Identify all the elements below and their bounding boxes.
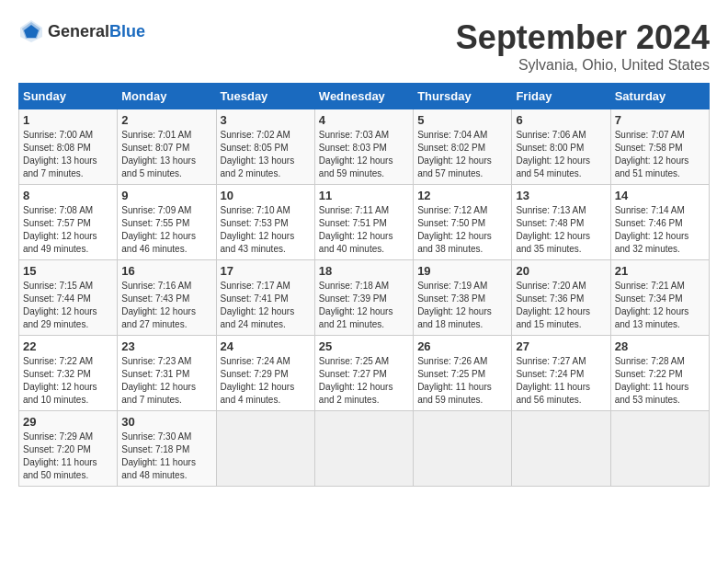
day-number: 8 [23,189,113,202]
weekday-header-cell: Wednesday [314,84,413,109]
calendar-day-cell [512,411,610,487]
day-info: Sunrise: 7:18 AMSunset: 7:39 PMDaylight:… [319,280,409,331]
calendar-day-cell: 17Sunrise: 7:17 AMSunset: 7:41 PMDayligh… [216,260,314,336]
weekday-header-cell: Friday [512,84,610,109]
calendar-week-row: 22Sunrise: 7:22 AMSunset: 7:32 PMDayligh… [19,336,710,411]
calendar-day-cell: 12Sunrise: 7:12 AMSunset: 7:50 PMDayligh… [414,185,512,260]
day-number: 9 [121,189,211,202]
day-number: 23 [121,339,211,353]
month-title: September 2024 [456,18,710,57]
day-info: Sunrise: 7:20 AMSunset: 7:36 PMDaylight:… [516,280,606,331]
calendar-day-cell: 10Sunrise: 7:10 AMSunset: 7:53 PMDayligh… [216,185,314,260]
day-number: 21 [615,264,705,278]
day-info: Sunrise: 7:15 AMSunset: 7:44 PMDaylight:… [23,280,113,331]
calendar-day-cell: 13Sunrise: 7:13 AMSunset: 7:48 PMDayligh… [512,185,610,260]
calendar-day-cell: 24Sunrise: 7:24 AMSunset: 7:29 PMDayligh… [216,336,314,411]
calendar-day-cell: 30Sunrise: 7:30 AMSunset: 7:18 PMDayligh… [118,411,216,487]
day-info: Sunrise: 7:29 AMSunset: 7:20 PMDaylight:… [23,431,113,482]
day-info: Sunrise: 7:26 AMSunset: 7:25 PMDaylight:… [417,355,507,407]
day-number: 18 [319,264,409,278]
day-info: Sunrise: 7:03 AMSunset: 8:03 PMDaylight:… [319,129,409,180]
calendar-day-cell: 8Sunrise: 7:08 AMSunset: 7:57 PMDaylight… [19,185,118,260]
logo-text: GeneralBlue [48,22,145,41]
calendar-day-cell: 25Sunrise: 7:25 AMSunset: 7:27 PMDayligh… [314,336,413,411]
calendar-day-cell: 6Sunrise: 7:06 AMSunset: 8:00 PMDaylight… [512,109,610,185]
day-number: 4 [319,113,409,127]
day-number: 13 [516,189,606,202]
day-info: Sunrise: 7:22 AMSunset: 7:32 PMDaylight:… [23,355,113,407]
day-number: 5 [417,113,507,127]
day-info: Sunrise: 7:17 AMSunset: 7:41 PMDaylight:… [221,280,311,331]
calendar-day-cell: 15Sunrise: 7:15 AMSunset: 7:44 PMDayligh… [19,260,118,336]
calendar-week-row: 1Sunrise: 7:00 AMSunset: 8:08 PMDaylight… [19,109,710,185]
day-number: 16 [121,264,211,278]
title-area: September 2024 Sylvania, Ohio, United St… [456,18,710,74]
calendar-day-cell: 2Sunrise: 7:01 AMSunset: 8:07 PMDaylight… [118,109,216,185]
day-info: Sunrise: 7:00 AMSunset: 8:08 PMDaylight:… [23,129,113,180]
calendar-day-cell: 14Sunrise: 7:14 AMSunset: 7:46 PMDayligh… [610,185,709,260]
logo: GeneralBlue [18,18,145,44]
day-info: Sunrise: 7:14 AMSunset: 7:46 PMDaylight:… [615,204,705,256]
calendar-day-cell [216,411,314,487]
day-number: 17 [221,264,311,278]
calendar-table: SundayMondayTuesdayWednesdayThursdayFrid… [18,83,710,487]
calendar-day-cell [610,411,709,487]
day-info: Sunrise: 7:12 AMSunset: 7:50 PMDaylight:… [417,204,507,256]
calendar-day-cell: 7Sunrise: 7:07 AMSunset: 7:58 PMDaylight… [610,109,709,185]
day-info: Sunrise: 7:24 AMSunset: 7:29 PMDaylight:… [221,355,311,407]
calendar-day-cell: 26Sunrise: 7:26 AMSunset: 7:25 PMDayligh… [414,336,512,411]
day-info: Sunrise: 7:07 AMSunset: 7:58 PMDaylight:… [615,129,705,180]
page-header: GeneralBlue September 2024 Sylvania, Ohi… [18,18,710,74]
day-number: 2 [121,113,211,127]
day-info: Sunrise: 7:28 AMSunset: 7:22 PMDaylight:… [615,355,705,407]
day-number: 14 [615,189,705,202]
day-info: Sunrise: 7:30 AMSunset: 7:18 PMDaylight:… [121,431,211,482]
weekday-header-cell: Tuesday [216,84,314,109]
day-info: Sunrise: 7:04 AMSunset: 8:02 PMDaylight:… [417,129,507,180]
calendar-body: 1Sunrise: 7:00 AMSunset: 8:08 PMDaylight… [19,109,710,487]
day-number: 15 [23,264,113,278]
day-number: 7 [615,113,705,127]
day-info: Sunrise: 7:06 AMSunset: 8:00 PMDaylight:… [516,129,606,180]
day-number: 10 [221,189,311,202]
calendar-day-cell: 22Sunrise: 7:22 AMSunset: 7:32 PMDayligh… [19,336,118,411]
weekday-header-cell: Monday [118,84,216,109]
day-info: Sunrise: 7:21 AMSunset: 7:34 PMDaylight:… [615,280,705,331]
day-info: Sunrise: 7:10 AMSunset: 7:53 PMDaylight:… [221,204,311,256]
weekday-header-cell: Saturday [610,84,709,109]
day-number: 29 [23,415,113,429]
logo-blue: Blue [109,22,145,40]
weekday-header-cell: Sunday [19,84,118,109]
day-info: Sunrise: 7:19 AMSunset: 7:38 PMDaylight:… [417,280,507,331]
day-number: 19 [417,264,507,278]
day-number: 12 [417,189,507,202]
day-number: 25 [319,339,409,353]
calendar-week-row: 8Sunrise: 7:08 AMSunset: 7:57 PMDaylight… [19,185,710,260]
day-number: 30 [121,415,211,429]
day-info: Sunrise: 7:02 AMSunset: 8:05 PMDaylight:… [221,129,311,180]
location: Sylvania, Ohio, United States [456,57,710,74]
day-number: 1 [23,113,113,127]
day-info: Sunrise: 7:01 AMSunset: 8:07 PMDaylight:… [121,129,211,180]
day-info: Sunrise: 7:27 AMSunset: 7:24 PMDaylight:… [516,355,606,407]
day-info: Sunrise: 7:11 AMSunset: 7:51 PMDaylight:… [319,204,409,256]
logo-icon [18,18,44,44]
calendar-day-cell: 18Sunrise: 7:18 AMSunset: 7:39 PMDayligh… [314,260,413,336]
day-number: 20 [516,264,606,278]
calendar-day-cell: 3Sunrise: 7:02 AMSunset: 8:05 PMDaylight… [216,109,314,185]
day-number: 3 [221,113,311,127]
day-number: 6 [516,113,606,127]
weekday-header: SundayMondayTuesdayWednesdayThursdayFrid… [19,84,710,109]
weekday-header-cell: Thursday [414,84,512,109]
day-info: Sunrise: 7:08 AMSunset: 7:57 PMDaylight:… [23,204,113,256]
calendar-day-cell: 1Sunrise: 7:00 AMSunset: 8:08 PMDaylight… [19,109,118,185]
logo-general: General [48,22,109,40]
day-info: Sunrise: 7:09 AMSunset: 7:55 PMDaylight:… [121,204,211,256]
calendar-day-cell: 9Sunrise: 7:09 AMSunset: 7:55 PMDaylight… [118,185,216,260]
day-number: 22 [23,339,113,353]
calendar-day-cell: 5Sunrise: 7:04 AMSunset: 8:02 PMDaylight… [414,109,512,185]
calendar-day-cell: 16Sunrise: 7:16 AMSunset: 7:43 PMDayligh… [118,260,216,336]
day-number: 26 [417,339,507,353]
day-info: Sunrise: 7:13 AMSunset: 7:48 PMDaylight:… [516,204,606,256]
calendar-day-cell: 28Sunrise: 7:28 AMSunset: 7:22 PMDayligh… [610,336,709,411]
